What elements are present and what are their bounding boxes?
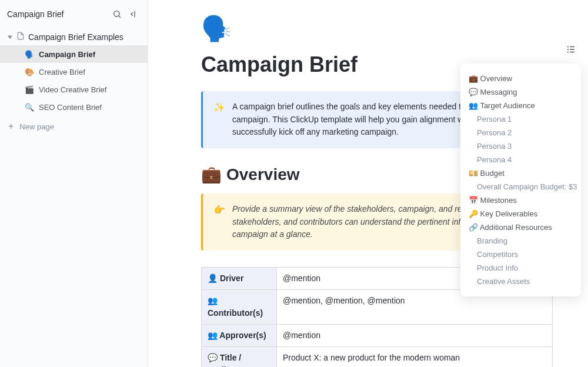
- table-row: 👥 Approver(s)@mention: [202, 325, 553, 347]
- svg-line-1: [119, 16, 121, 18]
- toc-item[interactable]: 💴 Budget: [469, 166, 577, 180]
- table-row-label[interactable]: 👥 Contributor(s): [202, 290, 277, 325]
- toc-panel: 💼 Overview💬 Messaging👥 Target AudiencePe…: [460, 64, 581, 296]
- table-row: 💬 Title / TaglineProduct X: a new produc…: [202, 347, 553, 367]
- svg-marker-3: [8, 35, 12, 39]
- plus-icon: +: [8, 122, 14, 131]
- search-icon[interactable]: [110, 7, 124, 21]
- table-row-label[interactable]: 💬 Title / Tagline: [202, 347, 277, 367]
- sidebar-item-icon: 🔍: [25, 102, 34, 112]
- toc-item[interactable]: Creative Assets: [469, 275, 577, 288]
- toc-item[interactable]: 🔗 Additional Resources: [469, 221, 577, 234]
- overview-heading-text: Overview: [226, 165, 300, 184]
- sidebar-title: Campaign Brief: [7, 9, 64, 19]
- table-row-value[interactable]: @mention: [277, 325, 553, 347]
- sidebar-item-label: Campaign Brief: [39, 50, 95, 59]
- sidebar-header: Campaign Brief: [0, 5, 148, 28]
- toc-item[interactable]: 👥 Target Audience: [469, 99, 577, 112]
- toc-toggle-icon[interactable]: [563, 42, 577, 56]
- sidebar-item[interactable]: 🔍SEO Content Brief: [0, 98, 148, 116]
- briefcase-icon: 💼: [201, 165, 222, 184]
- toc-item[interactable]: Branding: [469, 234, 577, 248]
- sidebar-item-icon: 🗣️: [25, 49, 34, 59]
- toc-item[interactable]: Overall Campaign Budget: $3,...: [469, 180, 577, 193]
- toc-item[interactable]: Persona 1: [469, 112, 577, 126]
- new-page-label: New page: [19, 122, 54, 131]
- toc-item[interactable]: Competitors: [469, 248, 577, 261]
- sidebar-item[interactable]: 🎨Creative Brief: [0, 63, 148, 81]
- svg-point-0: [114, 11, 119, 16]
- sidebar-item-icon: 🎬: [25, 85, 34, 94]
- toc-item[interactable]: Product Info: [469, 261, 577, 275]
- new-page-button[interactable]: + New page: [0, 116, 148, 137]
- sidebar-parent-label: Campaign Brief Examples: [28, 32, 123, 42]
- sparkles-icon: ✨: [213, 101, 225, 139]
- table-row-label[interactable]: 👤 Driver: [202, 268, 277, 290]
- table-row-value[interactable]: Product X: a new product for the modern …: [277, 347, 553, 367]
- doc-icon: [16, 32, 25, 42]
- caret-down-icon: [7, 34, 13, 40]
- toc-item[interactable]: Persona 4: [469, 153, 577, 166]
- toc-item[interactable]: 🔑 Key Deliverables: [469, 207, 577, 221]
- sidebar-item-label: SEO Content Brief: [39, 103, 102, 112]
- toc-item[interactable]: 📅 Milestones: [469, 193, 577, 207]
- collapse-sidebar-icon[interactable]: [126, 7, 141, 21]
- sidebar-item-label: Video Creative Brief: [39, 85, 106, 94]
- toc-item[interactable]: 💼 Overview: [469, 72, 577, 85]
- pointing-right-icon: 👉: [213, 203, 225, 241]
- sidebar-parent-item[interactable]: Campaign Brief Examples: [0, 28, 148, 45]
- toc-item[interactable]: Persona 2: [469, 126, 577, 139]
- sidebar-item[interactable]: 🗣️Campaign Brief: [0, 45, 148, 63]
- sidebar: Campaign Brief Campaign Brief Examples 🗣…: [0, 0, 148, 367]
- toc-item[interactable]: 💬 Messaging: [469, 85, 577, 99]
- sidebar-item-label: Creative Brief: [39, 68, 85, 76]
- sidebar-item-icon: 🎨: [25, 67, 34, 76]
- table-row-label[interactable]: 👥 Approver(s): [202, 325, 277, 347]
- page-icon[interactable]: 🗣️: [201, 14, 553, 43]
- sidebar-item[interactable]: 🎬Video Creative Brief: [0, 81, 148, 98]
- toc-item[interactable]: Persona 3: [469, 139, 577, 153]
